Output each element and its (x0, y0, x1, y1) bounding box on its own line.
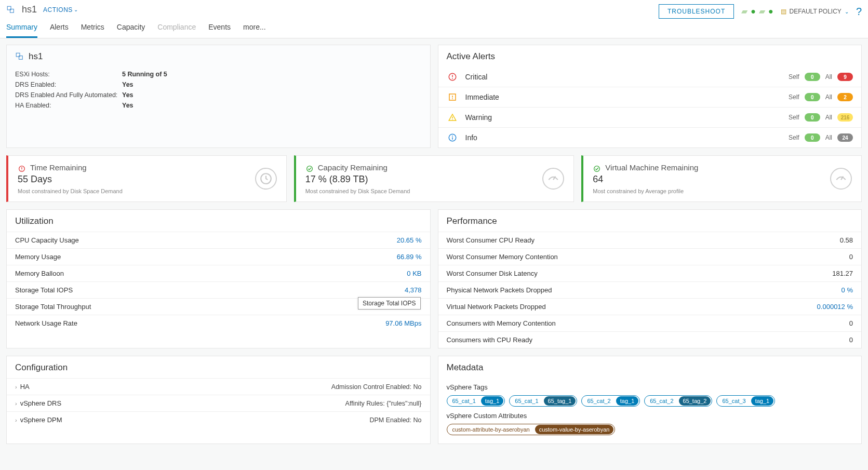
metric-row[interactable]: Memory Usage66.89 % (7, 248, 430, 265)
prop-label: ESXi Hosts: (15, 71, 119, 78)
metric-row[interactable]: Network Usage Rate97.06 MBps (7, 315, 430, 331)
cluster-icon (15, 52, 24, 61)
alert-all-count: 9 (837, 73, 853, 81)
capacity-title: Time Remaining (30, 163, 87, 172)
capacity-value: 17 % (8.89 TB) (305, 174, 410, 185)
alert-all-label: All (825, 73, 832, 80)
metric-row[interactable]: Physical Network Packets Dropped0 % (438, 281, 862, 298)
tab-summary[interactable]: Summary (6, 19, 37, 38)
tag-chip[interactable]: 65_cat_165_tag_1 (509, 395, 577, 407)
expand-icon[interactable]: › (15, 384, 17, 390)
prop-value: Yes (122, 91, 133, 99)
capacity-note: Most constrained by Disk Space Demand (305, 188, 410, 194)
alert-row-warning[interactable]: Warning Self 0 All 216 (438, 107, 862, 127)
expand-icon[interactable]: › (15, 400, 17, 407)
health-badge-1[interactable]: ▰ (741, 7, 747, 16)
metric-row[interactable]: Worst Consumer Memory Contention0 (438, 248, 862, 265)
tag-label: 65_cat_3 (717, 396, 751, 406)
expand-icon[interactable]: › (15, 417, 17, 423)
metric-value: 0 (849, 253, 853, 261)
prop-label: HA Enabled: (15, 102, 119, 109)
metric-row[interactable]: Consumers with CPU Ready0 (438, 331, 862, 348)
panel-title: Performance (438, 210, 862, 226)
metric-row[interactable]: Memory Balloon0 KB (7, 265, 430, 281)
tab-alerts[interactable]: Alerts (50, 19, 69, 38)
metric-label: Network Usage Rate (15, 319, 77, 327)
tab-metrics[interactable]: Metrics (81, 19, 104, 38)
alert-row-critical[interactable]: Critical Self 0 All 9 (438, 67, 862, 87)
alert-all-label: All (825, 93, 832, 101)
svg-point-17 (21, 170, 22, 170)
tab-more-[interactable]: more... (243, 19, 266, 38)
cluster-title: hs1 (22, 4, 37, 15)
active-alerts-panel: Active Alerts Critical Self 0 All 9 Imme… (438, 45, 862, 148)
metric-label: Worst Consumer CPU Ready (447, 236, 535, 244)
capacity-card[interactable]: Virtual Machine Remaining 64 Most constr… (581, 155, 862, 202)
prop-label: DRS Enabled And Fully Automated: (15, 91, 119, 99)
tag-label: custom-attribute-by-aserobyan (447, 425, 535, 434)
metric-row[interactable]: Worst Consumer Disk Latency181.27 (438, 265, 862, 281)
tab-bar: SummaryAlertsMetricsCapacityComplianceEv… (0, 19, 868, 38)
metric-label: Physical Network Packets Dropped (447, 286, 552, 294)
status-icon (305, 165, 314, 173)
tab-capacity[interactable]: Capacity (117, 19, 145, 38)
tab-events[interactable]: Events (208, 19, 231, 38)
tag-chip[interactable]: 65_cat_265_tag_2 (644, 395, 712, 407)
alert-self-count: 0 (805, 133, 820, 142)
warning-icon (447, 113, 458, 122)
metric-value: 0 (849, 336, 853, 344)
alert-all-count: 216 (837, 113, 853, 122)
metric-label: Worst Consumer Memory Contention (447, 253, 558, 261)
tag-chip[interactable]: custom-attribute-by-aserobyancustom-valu… (447, 424, 616, 435)
health-badge-3[interactable]: ▰ (759, 7, 765, 16)
health-badge-2[interactable]: ● (751, 7, 756, 16)
policy-icon: ▤ (781, 8, 786, 15)
alert-self-label: Self (789, 93, 799, 101)
alert-self-count: 0 (805, 73, 820, 81)
config-name: HA (20, 383, 30, 391)
metric-row[interactable]: Consumers with Memory Contention0 (438, 315, 862, 331)
status-icon (18, 165, 26, 173)
metric-value: 97.06 MBps (385, 319, 421, 327)
info-icon (447, 133, 458, 142)
svg-point-9 (452, 98, 453, 99)
alert-row-info[interactable]: Info Self 0 All 24 (438, 127, 862, 147)
alert-self-label: Self (789, 114, 799, 121)
capacity-card[interactable]: Capacity Remaining 17 % (8.89 TB) Most c… (294, 155, 575, 202)
policy-selector[interactable]: ▤ DEFAULT POLICY ⌄ (781, 8, 849, 15)
capacity-value: 55 Days (18, 174, 123, 185)
metadata-subheading-attrs: vSphere Custom Attributes (447, 407, 853, 424)
alert-label: Info (465, 133, 789, 142)
summary-properties-panel: hs1 ESXi Hosts:5 Running of 5DRS Enabled… (6, 45, 431, 148)
alert-all-label: All (825, 114, 832, 121)
metric-row[interactable]: Virtual Network Packets Dropped0.000012 … (438, 298, 862, 315)
tag-value: 65_tag_2 (679, 396, 711, 406)
capacity-card[interactable]: Time Remaining 55 Days Most constrained … (6, 155, 287, 202)
actions-dropdown[interactable]: ACTIONS⌄ (43, 6, 78, 14)
metric-row[interactable]: Worst Consumer CPU Ready0.58 (438, 232, 862, 248)
metric-value: 0.58 (840, 236, 853, 244)
tag-chip[interactable]: 65_cat_3tag_1 (716, 395, 775, 407)
help-icon[interactable]: ? (856, 6, 862, 18)
config-row[interactable]: ›HAAdmission Control Enabled: No (7, 378, 430, 395)
metric-row[interactable]: CPU Capacity Usage20.65 % (7, 232, 430, 248)
tag-chip[interactable]: 65_cat_2tag_1 (581, 395, 640, 407)
troubleshoot-button[interactable]: TROUBLESHOOT (659, 4, 734, 19)
capacity-title: Virtual Machine Remaining (605, 163, 698, 172)
tag-label: 65_cat_1 (510, 396, 543, 406)
tag-chip[interactable]: 65_cat_1tag_1 (447, 395, 505, 407)
alert-row-immediate[interactable]: Immediate Self 0 All 2 (438, 87, 862, 107)
metric-row[interactable]: Storage Total Throughput (7, 298, 430, 315)
panel-title: Utilization (7, 210, 430, 226)
configuration-panel: Configuration ›HAAdmission Control Enabl… (6, 356, 431, 444)
immediate-icon (447, 92, 458, 102)
metric-value: 0.000012 % (817, 303, 853, 311)
health-badge-4[interactable]: ● (768, 7, 773, 16)
capacity-value: 64 (593, 174, 698, 185)
metric-value: 0 % (842, 286, 853, 294)
metric-row[interactable]: Storage Total IOPS4,378 (7, 281, 430, 298)
config-row[interactable]: ›vSphere DPMDPM Enabled: No (7, 411, 430, 428)
capacity-note: Most constrained by Disk Space Demand (18, 188, 123, 194)
config-row[interactable]: ›vSphere DRSAffinity Rules: {"rules":nul… (7, 395, 430, 411)
svg-point-21 (594, 166, 600, 171)
